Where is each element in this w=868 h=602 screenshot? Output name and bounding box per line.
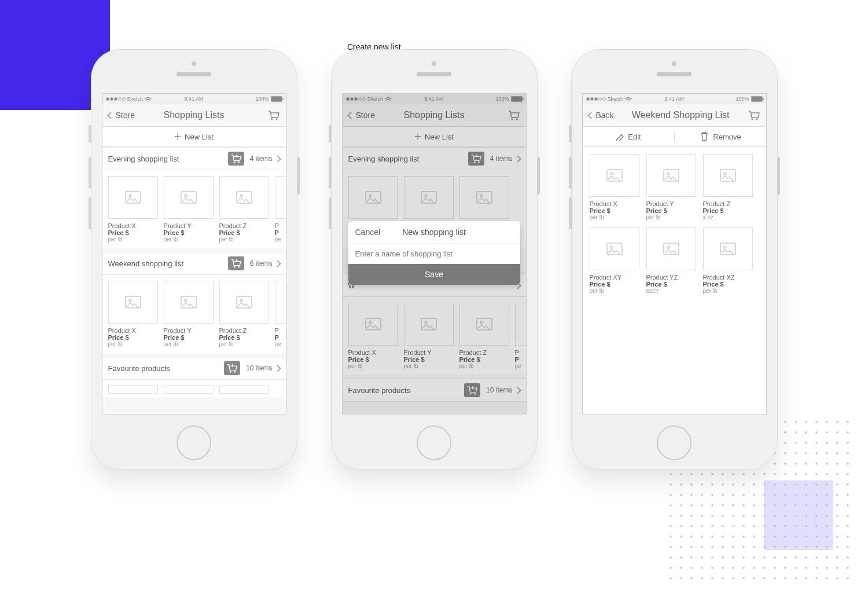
cart-icon[interactable] bbox=[748, 109, 760, 122]
plus-icon bbox=[174, 133, 181, 140]
list-section-header[interactable]: Evening shopping list 4 items bbox=[102, 147, 286, 170]
item-count: 6 items bbox=[250, 259, 273, 267]
save-button[interactable]: Save bbox=[348, 264, 520, 285]
image-placeholder-icon bbox=[181, 191, 197, 204]
image-placeholder-icon bbox=[606, 169, 623, 182]
phone-mockup-list-detail: Sketch 9:41 AM 100% Back Weekend Shoppin… bbox=[571, 49, 778, 470]
image-placeholder-icon bbox=[125, 191, 141, 204]
image-placeholder-icon bbox=[125, 296, 141, 309]
product-card[interactable]: Product YPrice $per lb bbox=[164, 281, 214, 347]
product-row[interactable] bbox=[102, 380, 286, 397]
chevron-right-icon bbox=[274, 365, 281, 372]
product-card[interactable]: Product XZPrice $per lb bbox=[703, 227, 753, 294]
add-all-to-cart-button[interactable] bbox=[228, 256, 244, 270]
status-bar: Sketch 9:41 AM 100% bbox=[102, 94, 286, 104]
status-time: 9:41 AM bbox=[184, 96, 203, 102]
product-card[interactable]: Product YPrice $per lb bbox=[646, 154, 696, 221]
image-placeholder-icon bbox=[236, 296, 252, 309]
product-row[interactable]: Product XPrice $per lb Product YPrice $p… bbox=[102, 275, 286, 353]
product-card[interactable]: Product YPrice $per lb bbox=[164, 176, 214, 243]
product-card[interactable]: Product ZPrice $x oz bbox=[703, 154, 753, 221]
battery-icon bbox=[751, 96, 763, 102]
product-card[interactable]: Product XPrice $per lb bbox=[108, 176, 158, 243]
image-placeholder-icon bbox=[606, 243, 623, 255]
product-card[interactable] bbox=[219, 386, 269, 397]
signal-icon bbox=[586, 97, 606, 101]
back-button[interactable]: Store bbox=[108, 111, 135, 120]
page-title: Weekend Shopping List bbox=[614, 110, 748, 120]
product-card[interactable] bbox=[108, 386, 158, 397]
lists-scroll[interactable]: Evening shopping list 4 items Product XP… bbox=[102, 147, 286, 414]
trash-icon bbox=[699, 131, 709, 142]
product-row[interactable]: Product XPrice $per lb Product YPrice $p… bbox=[102, 170, 286, 248]
chevron-right-icon bbox=[274, 155, 281, 163]
status-bar: Sketch 9:41 AM 100% bbox=[583, 94, 766, 104]
cart-icon[interactable] bbox=[267, 109, 280, 122]
wifi-icon bbox=[625, 97, 632, 102]
nav-bar: Back Weekend Shopping List bbox=[583, 104, 766, 127]
product-card[interactable]: Product XYPrice $per lb bbox=[590, 227, 639, 294]
image-placeholder-icon bbox=[663, 243, 679, 255]
page-title: Shopping Lists bbox=[164, 110, 225, 120]
phone-mockup-new-list-modal: Sketch 9:41 AM 100% Store Shopping Lists… bbox=[331, 49, 538, 470]
modal-title: New shopping list bbox=[402, 227, 466, 237]
wifi-icon bbox=[145, 97, 152, 102]
back-button[interactable]: Back bbox=[589, 111, 614, 120]
list-section-header[interactable]: Favourite products 10 items bbox=[102, 357, 286, 380]
status-time: 9:41 AM bbox=[664, 96, 683, 102]
item-count: 4 items bbox=[250, 155, 273, 163]
chevron-left-icon bbox=[107, 112, 115, 119]
product-card[interactable]: Product XPrice $per lb bbox=[590, 154, 639, 221]
product-card[interactable] bbox=[164, 386, 214, 397]
pencil-icon bbox=[615, 132, 624, 141]
product-card[interactable]: Product XPrice $per lb bbox=[108, 281, 158, 347]
image-placeholder-icon bbox=[663, 169, 679, 182]
new-list-button[interactable]: New List bbox=[102, 127, 286, 147]
product-card[interactable]: Product YZPrice $each bbox=[646, 227, 696, 294]
add-all-to-cart-button[interactable] bbox=[224, 361, 240, 375]
add-all-to-cart-button[interactable] bbox=[228, 152, 244, 166]
image-placeholder-icon bbox=[236, 191, 252, 204]
chevron-right-icon bbox=[274, 260, 281, 267]
image-placeholder-icon bbox=[720, 169, 736, 182]
battery-icon bbox=[271, 96, 282, 102]
item-count: 10 items bbox=[246, 364, 272, 372]
image-placeholder-icon bbox=[181, 296, 197, 309]
list-name-input[interactable] bbox=[348, 244, 520, 264]
list-section-header[interactable]: Weekend shopping list 6 items bbox=[102, 252, 286, 275]
product-card[interactable]: Product ZPrice $per lb bbox=[219, 281, 269, 347]
phone-mockup-lists: Sketch 9:41 AM 100% Store Shopping Lists… bbox=[91, 49, 297, 470]
image-placeholder-icon bbox=[720, 243, 736, 255]
cancel-button[interactable]: Cancel bbox=[355, 227, 381, 237]
new-list-modal: Cancel New shopping list Save bbox=[348, 221, 520, 285]
edit-button[interactable]: Edit bbox=[583, 132, 675, 141]
product-card[interactable]: PPpe bbox=[275, 281, 286, 347]
product-card[interactable]: PPpe bbox=[275, 176, 286, 243]
product-grid-scroll[interactable]: Product XPrice $per lb Product YPrice $p… bbox=[583, 147, 766, 414]
product-card[interactable]: Product ZPrice $per lb bbox=[219, 176, 269, 243]
nav-bar: Store Shopping Lists bbox=[102, 104, 286, 127]
chevron-left-icon bbox=[587, 112, 595, 119]
signal-icon bbox=[106, 97, 126, 101]
remove-button[interactable]: Remove bbox=[675, 131, 766, 142]
action-bar: Edit Remove bbox=[583, 127, 766, 147]
